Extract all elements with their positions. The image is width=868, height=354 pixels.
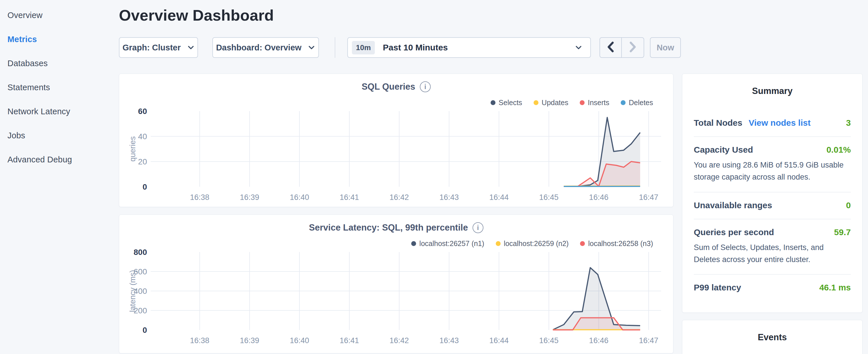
summary-row-label: Total Nodes: [694, 118, 742, 128]
svg-text:16:46: 16:46: [589, 193, 609, 202]
dashboard-select-label: Dashboard: Overview: [216, 43, 302, 53]
svg-text:latency (ms): latency (ms): [128, 270, 137, 312]
summary-title: Summary: [694, 83, 851, 96]
svg-text:16:38: 16:38: [190, 336, 210, 345]
legend-label: localhost:26257 (n1): [419, 239, 484, 248]
graph-select-dropdown[interactable]: Graph: Cluster: [119, 37, 198, 58]
svg-text:16:39: 16:39: [240, 193, 259, 202]
svg-text:16:47: 16:47: [639, 193, 658, 202]
main-content: Overview Dashboard Graph: Cluster Dashbo…: [115, 0, 868, 354]
service-latency-chart-card: Service Latency: SQL, 99th percentile i …: [119, 215, 674, 353]
summary-row-label: Unavailable ranges: [694, 200, 772, 210]
svg-text:40: 40: [138, 132, 147, 141]
time-range-label: Past 10 Minutes: [383, 43, 568, 53]
legend-item: Inserts: [580, 99, 609, 107]
svg-text:16:40: 16:40: [290, 193, 309, 202]
svg-text:0: 0: [143, 183, 147, 191]
legend-color-dot: [411, 241, 416, 246]
svg-text:queries: queries: [128, 136, 137, 162]
svg-text:800: 800: [133, 249, 147, 257]
summary-row-label: Capacity Used: [694, 145, 753, 155]
info-icon[interactable]: i: [420, 81, 431, 92]
legend-label: localhost:26258 (n3): [588, 239, 653, 248]
sidebar-item-metrics[interactable]: Metrics: [7, 28, 115, 52]
summary-row-description: Sum of Selects, Updates, Inserts, and De…: [694, 242, 851, 266]
time-range-dropdown[interactable]: 10m Past 10 Minutes: [347, 37, 591, 58]
chart-title: SQL Queries: [362, 82, 415, 92]
svg-text:16:39: 16:39: [240, 336, 259, 345]
summary-row: Total NodesView nodes list3: [694, 110, 851, 137]
legend-label: Inserts: [588, 99, 609, 107]
svg-text:60: 60: [138, 108, 147, 116]
chevron-down-icon: [187, 45, 194, 50]
summary-row-description: You are using 28.6 MiB of 515.9 GiB usab…: [694, 159, 851, 183]
svg-text:16:42: 16:42: [390, 193, 409, 202]
sidebar-item-overview[interactable]: Overview: [7, 4, 115, 28]
sql-queries-chart-card: SQL Queries i SelectsUpdatesInsertsDelet…: [119, 74, 674, 207]
svg-text:16:45: 16:45: [539, 336, 559, 345]
summary-row: P99 latency46.1 ms: [694, 275, 851, 301]
svg-text:16:43: 16:43: [439, 336, 459, 345]
info-icon[interactable]: i: [472, 222, 484, 233]
events-card: Events Schema Change Completed: Schema c…: [682, 320, 863, 354]
time-step-buttons: [599, 37, 644, 58]
summary-row-label: Queries per second: [694, 227, 774, 237]
sidebar: OverviewMetricsDatabasesStatementsNetwor…: [0, 0, 115, 354]
svg-text:16:46: 16:46: [589, 336, 609, 345]
sidebar-item-network-latency[interactable]: Network Latency: [7, 100, 115, 124]
legend-item: Updates: [534, 99, 568, 107]
sidebar-item-advanced-debug[interactable]: Advanced Debug: [7, 148, 115, 172]
summary-row: Capacity Used0.01%You are using 28.6 MiB…: [694, 137, 851, 192]
time-step-back-button[interactable]: [600, 38, 622, 57]
summary-row-value: 59.7: [834, 227, 851, 237]
now-button[interactable]: Now: [650, 37, 681, 58]
charts-column: SQL Queries i SelectsUpdatesInsertsDelet…: [119, 74, 674, 354]
chevron-down-icon: [575, 45, 582, 50]
summary-row-label: P99 latency: [694, 283, 741, 292]
page-title: Overview Dashboard: [119, 6, 863, 24]
svg-text:16:44: 16:44: [489, 336, 509, 345]
legend-item: localhost:26258 (n3): [580, 239, 653, 248]
summary-row-value: 0: [846, 200, 851, 210]
summary-row-value: 3: [846, 118, 851, 128]
svg-text:16:47: 16:47: [639, 336, 658, 345]
sidebar-item-databases[interactable]: Databases: [7, 52, 115, 76]
svg-text:16:43: 16:43: [439, 193, 459, 202]
summary-row-value: 46.1 ms: [819, 283, 851, 292]
svg-text:16:41: 16:41: [340, 193, 359, 202]
legend-color-dot: [496, 241, 501, 246]
sidebar-item-jobs[interactable]: Jobs: [7, 124, 115, 148]
svg-text:16:44: 16:44: [489, 193, 509, 202]
sidebar-item-statements[interactable]: Statements: [7, 76, 115, 100]
time-range-badge: 10m: [352, 41, 375, 55]
right-column: Summary Total NodesView nodes list3Capac…: [682, 74, 863, 354]
legend-item: localhost:26259 (n2): [496, 239, 569, 248]
service-latency-plot-area[interactable]: 020040060080016:3816:3916:4016:4116:4216…: [119, 249, 673, 347]
legend-label: Deletes: [629, 99, 653, 107]
svg-text:20: 20: [138, 157, 147, 166]
controls-bar: Graph: Cluster Dashboard: Overview 10m P…: [119, 37, 863, 58]
summary-row: Queries per second59.7Sum of Selects, Up…: [694, 219, 851, 275]
legend-item: localhost:26257 (n1): [411, 239, 484, 248]
legend-label: localhost:26259 (n2): [504, 239, 569, 248]
svg-text:16:41: 16:41: [340, 336, 359, 345]
view-nodes-list-link[interactable]: View nodes list: [748, 118, 810, 128]
chart-legend: localhost:26257 (n1)localhost:26259 (n2)…: [411, 239, 653, 248]
dashboard-select-dropdown[interactable]: Dashboard: Overview: [212, 37, 319, 58]
chevron-down-icon: [308, 45, 315, 50]
summary-row: Unavailable ranges0: [694, 192, 851, 219]
legend-color-dot: [491, 100, 495, 105]
events-title: Events: [694, 329, 851, 343]
legend-color-dot: [534, 100, 538, 105]
chart-title: Service Latency: SQL, 99th percentile: [309, 223, 468, 233]
chevron-left-icon: [606, 40, 616, 55]
legend-color-dot: [580, 241, 585, 246]
graph-select-label: Graph: Cluster: [122, 43, 181, 53]
controls-divider: [335, 37, 335, 58]
sql-queries-plot-area[interactable]: 020406016:3816:3916:4016:4116:4216:4316:…: [119, 108, 673, 206]
legend-item: Deletes: [621, 99, 653, 107]
chart-legend: SelectsUpdatesInsertsDeletes: [491, 99, 653, 107]
time-step-forward-button[interactable]: [622, 38, 644, 57]
dashboard-content: SQL Queries i SelectsUpdatesInsertsDelet…: [119, 74, 863, 354]
svg-text:16:42: 16:42: [390, 336, 409, 345]
